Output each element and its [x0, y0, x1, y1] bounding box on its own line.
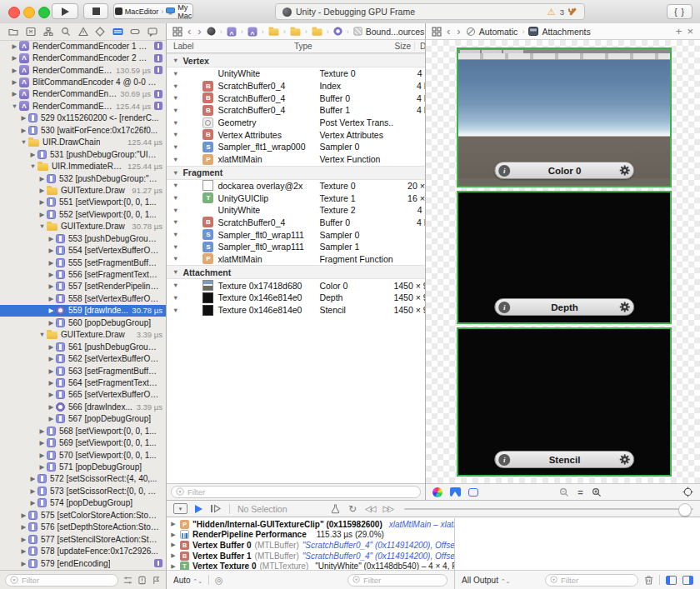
forward-button[interactable]: › [196, 26, 202, 37]
table-row[interactable]: ▼ Texture 0x146e814e0 Depth 1450 × 998 D [167, 292, 425, 304]
table-row[interactable]: ▼ xlatMtlMain Fragment Function L [167, 253, 425, 266]
disclosure-triangle-icon[interactable]: ▶ [28, 151, 38, 158]
variable-row[interactable]: ▶ "Hidden/Internal-GUITextureClip" (0x11… [167, 519, 454, 530]
table-row[interactable]: ▼ Fragment [167, 166, 425, 180]
column-header-label[interactable]: Label [167, 42, 294, 51]
table-row[interactable]: ▼ ScratchBuffer0_4 Buffer 0 4 MB C [167, 92, 425, 104]
info-icon[interactable]: i [498, 165, 510, 177]
disclosure-triangle-icon[interactable]: ▶ [47, 271, 56, 278]
gear-icon[interactable] [619, 454, 630, 465]
section-disclosure-icon[interactable]: ▼ [167, 70, 182, 77]
section-disclosure-icon[interactable]: ▼ [167, 156, 182, 163]
breadcrumb-group-icon[interactable] [312, 28, 322, 35]
section-disclosure-icon[interactable]: ▼ [167, 294, 182, 302]
add-attachment-view-button[interactable]: + [674, 26, 684, 37]
tree-row[interactable]: ▶ 557 [setRenderPipeline... [0, 281, 166, 292]
tree-row[interactable]: ▶ 573 [setScissorRect:{0, 0, 1... [0, 485, 166, 497]
table-row[interactable]: ▼ UnityWhite Texture 0 4 × 4 R [167, 67, 425, 80]
warning-icon[interactable]: ⚠ [548, 7, 556, 17]
column-header-size[interactable]: Size [368, 42, 415, 51]
tree-row[interactable]: ▼ UIR.ImmediateRen... 125.44 µs [0, 160, 166, 172]
output-selector[interactable]: All Output ⌃⌄ [462, 576, 510, 585]
disclosure-triangle-icon[interactable]: ▶ [38, 175, 47, 182]
tree-row[interactable]: ▶ 568 [setViewport:{0, 0, 1... [0, 425, 166, 437]
jump-view-label[interactable]: Attachments [542, 27, 590, 37]
disclosure-triangle-icon[interactable]: ▶ [47, 247, 56, 254]
breadcrumb-drawcall-icon[interactable] [333, 27, 342, 35]
section-disclosure-icon[interactable]: ▼ [167, 307, 182, 314]
table-row[interactable]: ▼ ScratchBuffer0_4 Buffer 0 4 MB C [167, 217, 425, 229]
tree-row[interactable]: ▶ RenderCommandEncoder 2 @ 0... [0, 52, 166, 63]
tree-row[interactable]: ▶ 561 [pushDebugGroup:... [0, 341, 166, 352]
activity-viewer[interactable]: Unity - Debugging GPU Frame ⚠ 3 [275, 3, 585, 20]
section-disclosure-icon[interactable]: ▼ [167, 231, 182, 238]
tree-row[interactable]: ▶ 552 [setViewport:{0, 0, 1... [0, 208, 166, 220]
disclosure-triangle-icon[interactable]: ▶ [38, 452, 47, 459]
column-header-type[interactable]: Type [294, 42, 368, 51]
disclosure-triangle-icon[interactable]: ▶ [19, 560, 28, 567]
variable-row[interactable]: ▶ Vertex Texture 0 (MTLTexture) "UnityWh… [167, 561, 454, 570]
breadcrumb-resources-icon[interactable] [353, 27, 362, 35]
disclosure-triangle-icon[interactable]: ▶ [19, 512, 28, 519]
disclosure-triangle-icon[interactable]: ▶ [47, 415, 56, 422]
debug-navigator-icon[interactable] [112, 26, 123, 37]
disclosure-triangle-icon[interactable]: ▶ [19, 547, 28, 555]
table-row[interactable]: ▼ Attachment [167, 265, 425, 279]
minimize-window-button[interactable] [23, 7, 35, 18]
disclosure-triangle-icon[interactable]: ▶ [170, 552, 177, 559]
show-flagged-filter-icon[interactable] [152, 576, 161, 585]
disclosure-triangle-icon[interactable]: ▶ [47, 295, 56, 302]
tree-row[interactable]: ▶ 551 [setViewport:{0, 0, 1... [0, 197, 166, 208]
capture-settings-icon[interactable] [331, 504, 340, 514]
disclosure-triangle-icon[interactable]: ▶ [19, 523, 28, 531]
tree-row[interactable]: ▶ 565 [setVertexBufferOf... [0, 389, 166, 401]
section-disclosure-icon[interactable]: ▼ [167, 268, 182, 276]
run-button[interactable] [52, 3, 78, 19]
disclosure-triangle-icon[interactable]: ▼ [10, 102, 19, 110]
section-disclosure-icon[interactable]: ▼ [167, 218, 182, 226]
back-button[interactable]: ‹ [445, 26, 452, 37]
quicklook-eye-icon[interactable]: ◎ [215, 575, 223, 586]
tree-row[interactable]: ▶ 556 [setFragmentTextu... [0, 268, 166, 280]
disclosure-triangle-icon[interactable]: ▼ [38, 222, 47, 230]
breadcrumb-label[interactable]: Bound...ources [366, 27, 425, 37]
tree-row[interactable]: ▼ GUITexture.Draw 30.78 µs [0, 221, 166, 232]
disclosure-triangle-icon[interactable]: ▶ [47, 355, 56, 362]
tree-row[interactable]: ▶ 566 [drawIndex... 3.39 µs [0, 401, 166, 412]
close-attachment-view-button[interactable]: × [685, 26, 695, 37]
breadcrumb-group-icon[interactable] [268, 28, 278, 35]
disclosure-triangle-icon[interactable]: ▶ [170, 542, 177, 548]
forward-button[interactable]: › [455, 26, 462, 37]
tree-row[interactable]: ▶ 558 [setVertexBufferOf... [0, 292, 166, 304]
variable-row[interactable]: ▶ RenderPipeline Performance 115.33 µs (… [167, 530, 454, 541]
disclosure-triangle-icon[interactable]: ▶ [47, 259, 56, 267]
disclosure-triangle-icon[interactable]: ▶ [28, 499, 38, 507]
disclosure-triangle-icon[interactable]: ▶ [38, 427, 47, 435]
disclosure-triangle-icon[interactable]: ▶ [10, 42, 19, 50]
section-disclosure-icon[interactable]: ▼ [167, 94, 182, 102]
tree-row[interactable]: ▶ 571 [popDebugGroup] [0, 461, 166, 472]
step-backward-icon[interactable]: ◁◁ [365, 504, 374, 513]
section-disclosure-icon[interactable]: ▼ [167, 182, 182, 189]
related-items-icon[interactable] [172, 26, 182, 37]
related-items-icon[interactable] [431, 26, 442, 37]
tree-row[interactable]: ▶ 574 [popDebugGroup] [0, 497, 166, 509]
table-row[interactable]: ▼ Vertex [167, 53, 425, 67]
disclosure-triangle-icon[interactable]: ▶ [38, 439, 47, 447]
tree-row[interactable]: ▶ RenderCommandEnc... 130.59 µs [0, 64, 166, 76]
disclosure-triangle-icon[interactable]: ▶ [170, 532, 177, 538]
disclosure-triangle-icon[interactable]: ▶ [19, 536, 28, 543]
image-view-icon[interactable] [450, 487, 461, 497]
tree-row[interactable]: ▶ 579 [endEncoding] [0, 557, 166, 569]
scheme-selector[interactable]: MacEditor › My Mac [113, 3, 193, 19]
tree-row[interactable]: ▶ 567 [popDebugGroup] [0, 413, 166, 425]
disclosure-triangle-icon[interactable]: ▼ [19, 138, 28, 146]
disclosure-triangle-icon[interactable]: ▶ [10, 54, 19, 62]
table-row[interactable]: ▼ Geometry Post Vertex Trans... [167, 117, 425, 129]
breadcrumb-encoder-icon[interactable] [248, 27, 257, 36]
tree-row[interactable]: ▶ 559 [drawInde... 30.78 µs [0, 305, 166, 317]
refresh-icon[interactable]: ↻ [348, 503, 357, 515]
variable-link[interactable]: xlatMtlMain – xlatMtlMain [389, 520, 454, 529]
section-disclosure-icon[interactable]: ▼ [167, 255, 182, 262]
section-disclosure-icon[interactable]: ▼ [167, 107, 182, 114]
